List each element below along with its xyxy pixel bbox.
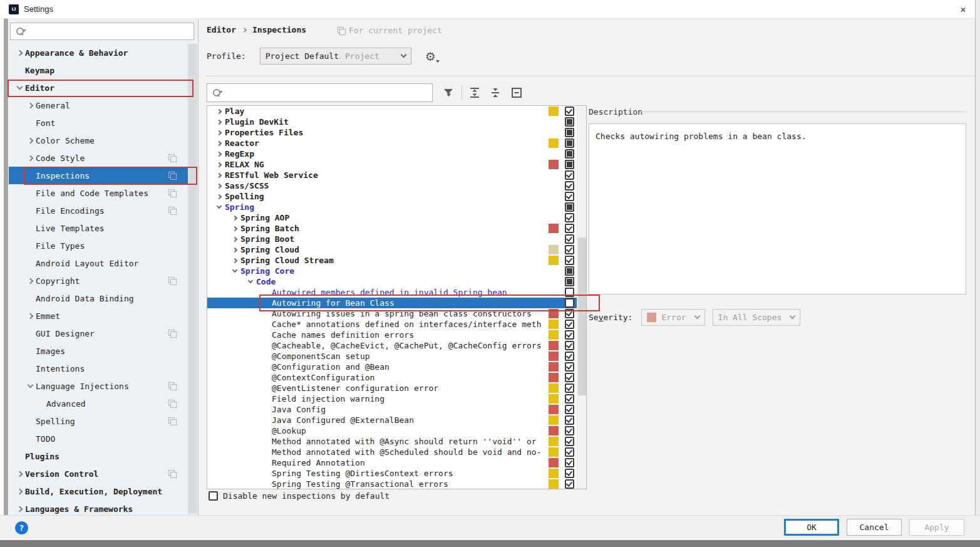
chevron-right-icon[interactable] bbox=[24, 279, 36, 283]
sidebar-item-plugins[interactable]: Plugins bbox=[9, 447, 188, 465]
row-checkbox[interactable] bbox=[565, 469, 574, 478]
apply-button[interactable]: Apply bbox=[909, 519, 964, 536]
help-button[interactable]: ? bbox=[15, 521, 28, 534]
tree-row[interactable]: @Lookup bbox=[207, 425, 586, 436]
sidebar-item-spelling[interactable]: Spelling bbox=[9, 412, 188, 430]
row-checkbox[interactable] bbox=[565, 160, 574, 169]
row-checkbox[interactable] bbox=[565, 383, 574, 393]
row-checkbox[interactable] bbox=[565, 138, 574, 148]
chevron-down-icon[interactable] bbox=[229, 270, 240, 272]
sidebar-item-gui-designer[interactable]: GUI Designer bbox=[9, 325, 188, 342]
tree-row[interactable]: Field injection warning bbox=[207, 393, 586, 404]
tree-row[interactable]: @EventListener configuration error bbox=[207, 383, 586, 393]
scope-dropdown[interactable]: In All Scopes bbox=[713, 309, 801, 326]
chevron-right-icon[interactable] bbox=[214, 142, 225, 145]
row-checkbox[interactable] bbox=[565, 394, 574, 404]
tree-row[interactable]: RELAX NG bbox=[207, 159, 586, 170]
tree-row[interactable]: Spring Core bbox=[207, 266, 586, 276]
tree-row[interactable]: Spring Batch bbox=[207, 223, 586, 234]
row-checkbox[interactable] bbox=[565, 277, 574, 286]
tree-row[interactable]: RESTful Web Service bbox=[207, 170, 586, 180]
tree-row[interactable]: Spring Cloud bbox=[207, 244, 586, 255]
tree-row[interactable]: Java Configured @ExternalBean bbox=[207, 415, 586, 425]
gear-icon[interactable]: ⚙ bbox=[425, 50, 436, 63]
sidebar-item-todo[interactable]: TODO bbox=[9, 430, 188, 447]
tree-row[interactable]: Cache names definition errors bbox=[207, 330, 586, 340]
tree-row[interactable]: Spring Boot bbox=[207, 234, 586, 244]
sidebar-item-build-execution-deployment[interactable]: Build, Execution, Deployment bbox=[9, 482, 188, 500]
chevron-right-icon[interactable] bbox=[229, 259, 240, 263]
sidebar-item-emmet[interactable]: Emmet bbox=[9, 307, 188, 325]
tree-row[interactable]: RegExp bbox=[207, 148, 586, 159]
tree-row[interactable]: Code bbox=[207, 276, 586, 287]
chevron-right-icon[interactable] bbox=[24, 103, 36, 108]
ok-button[interactable]: OK bbox=[784, 519, 839, 536]
row-checkbox[interactable] bbox=[565, 256, 574, 265]
sidebar-item-android-data-binding[interactable]: Android Data Binding bbox=[9, 289, 188, 307]
tree-row[interactable]: Plugin DevKit bbox=[207, 117, 586, 127]
chevron-right-icon[interactable] bbox=[14, 51, 25, 55]
tree-row[interactable]: Spring Testing @DirtiesContext errors bbox=[207, 468, 586, 479]
tree-row[interactable]: Reactor bbox=[207, 138, 586, 148]
sidebar-search-input[interactable] bbox=[10, 23, 194, 40]
tree-row[interactable]: @ContextConfiguration bbox=[207, 372, 586, 383]
chevron-right-icon[interactable] bbox=[229, 248, 240, 252]
chevron-right-icon[interactable] bbox=[229, 216, 240, 220]
sidebar-item-advanced[interactable]: Advanced bbox=[9, 395, 188, 412]
row-checkbox[interactable] bbox=[565, 320, 574, 329]
row-checkbox[interactable] bbox=[565, 437, 574, 446]
tree-row[interactable]: @Configuration and @Bean bbox=[207, 362, 586, 372]
sidebar-item-version-control[interactable]: Version Control bbox=[9, 465, 188, 482]
sidebar-item-font[interactable]: Font bbox=[9, 114, 188, 132]
sidebar-scrollbar[interactable] bbox=[188, 44, 197, 514]
tree-scrollbar-thumb[interactable] bbox=[578, 237, 586, 395]
row-checkbox[interactable] bbox=[565, 213, 574, 222]
row-checkbox[interactable] bbox=[565, 181, 574, 190]
expand-all-icon[interactable] bbox=[468, 86, 482, 100]
row-checkbox[interactable] bbox=[565, 224, 574, 233]
tree-row[interactable]: Method annotated with @Scheduled should … bbox=[207, 447, 586, 457]
row-checkbox[interactable] bbox=[565, 479, 574, 489]
row-checkbox[interactable] bbox=[565, 192, 574, 201]
sidebar-item-general[interactable]: General bbox=[9, 96, 188, 114]
tree-row[interactable]: Spring Cloud Stream bbox=[207, 255, 586, 266]
row-checkbox[interactable] bbox=[565, 373, 574, 382]
chevron-right-icon[interactable] bbox=[214, 152, 225, 156]
chevron-right-icon[interactable] bbox=[214, 195, 225, 199]
chevron-right-icon[interactable] bbox=[14, 472, 25, 476]
disable-new-inspections-checkbox[interactable] bbox=[209, 491, 218, 501]
inspections-search-input[interactable] bbox=[207, 83, 433, 102]
chevron-right-icon[interactable] bbox=[24, 156, 36, 160]
tree-row[interactable]: @Cacheable, @CacheEvict, @CachePut, @Cac… bbox=[207, 340, 586, 351]
row-checkbox[interactable] bbox=[565, 117, 574, 127]
filter-icon[interactable] bbox=[441, 86, 455, 100]
chevron-right-icon[interactable] bbox=[214, 110, 225, 113]
row-checkbox[interactable] bbox=[565, 341, 574, 350]
chevron-right-icon[interactable] bbox=[214, 131, 225, 135]
sidebar-item-keymap[interactable]: Keymap bbox=[9, 61, 188, 79]
chevron-down-icon[interactable] bbox=[245, 281, 256, 283]
close-icon[interactable]: ✕ bbox=[955, 1, 971, 18]
collapse-node-icon[interactable] bbox=[510, 86, 524, 100]
tree-row[interactable]: Sass/SCSS bbox=[207, 180, 586, 191]
chevron-right-icon[interactable] bbox=[214, 184, 225, 188]
chevron-right-icon[interactable] bbox=[214, 163, 225, 167]
collapse-all-icon[interactable] bbox=[488, 86, 502, 100]
chevron-right-icon[interactable] bbox=[229, 227, 240, 231]
sidebar-item-language-injections[interactable]: Language Injections bbox=[9, 377, 188, 395]
tree-row[interactable]: Properties Files bbox=[207, 127, 586, 138]
row-checkbox[interactable] bbox=[565, 266, 574, 276]
row-checkbox[interactable] bbox=[565, 458, 574, 467]
sidebar-item-copyright[interactable]: Copyright bbox=[9, 272, 188, 289]
row-checkbox[interactable] bbox=[565, 245, 574, 254]
tree-row[interactable]: Spring AOP bbox=[207, 212, 586, 223]
row-checkbox[interactable] bbox=[565, 107, 574, 116]
sidebar-item-intentions[interactable]: Intentions bbox=[9, 360, 188, 377]
tree-row[interactable]: @ComponentScan setup bbox=[207, 351, 586, 362]
row-checkbox[interactable] bbox=[565, 362, 574, 372]
tree-row[interactable]: Spelling bbox=[207, 191, 586, 202]
chevron-right-icon[interactable] bbox=[24, 138, 36, 143]
chevron-down-icon[interactable] bbox=[214, 206, 225, 208]
sidebar-item-live-templates[interactable]: Live Templates bbox=[9, 219, 188, 237]
row-checkbox[interactable] bbox=[565, 149, 574, 159]
